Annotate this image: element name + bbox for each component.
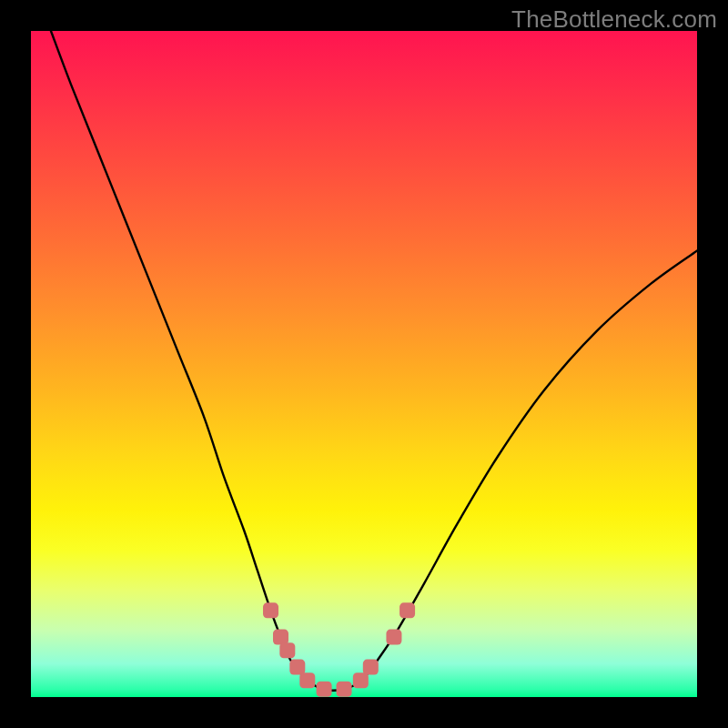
curve-marker — [386, 630, 401, 645]
curve-marker — [337, 682, 352, 697]
curve-markers — [263, 602, 415, 696]
bottleneck-curve — [51, 31, 697, 691]
curve-marker — [317, 682, 332, 697]
chart-frame: TheBottleneck.com — [0, 0, 728, 728]
curve-marker — [279, 642, 295, 658]
curve-marker — [363, 660, 379, 675]
curve-marker — [289, 660, 305, 675]
chart-plot-area — [31, 31, 697, 697]
watermark-text: TheBottleneck.com — [511, 5, 717, 34]
curve-marker — [353, 672, 369, 688]
curve-marker — [263, 602, 278, 618]
curve-marker — [299, 672, 315, 688]
chart-svg — [31, 31, 697, 697]
curve-marker — [399, 602, 415, 618]
curve-marker — [273, 630, 288, 645]
